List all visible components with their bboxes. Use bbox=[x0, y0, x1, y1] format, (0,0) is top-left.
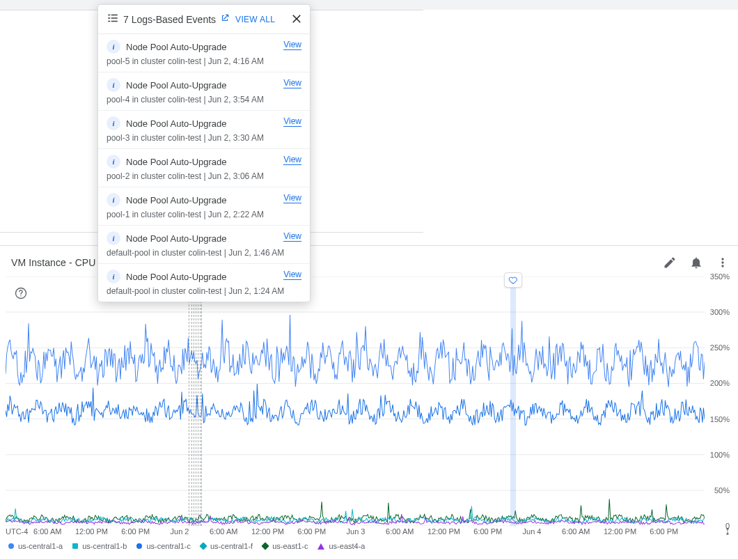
chart-plot-area[interactable]: 7 i bbox=[6, 277, 705, 526]
event-row-title: Node Pool Auto-Upgrade bbox=[126, 272, 227, 282]
y-tick-label: 350% bbox=[710, 272, 730, 281]
events-popover-header: 7 Logs-Based Events VIEW ALL bbox=[98, 5, 310, 34]
event-view-link[interactable]: View bbox=[283, 231, 301, 242]
legend-label: us-central1-b bbox=[82, 542, 127, 550]
y-tick-label: 200% bbox=[710, 379, 730, 387]
y-tick-label: 250% bbox=[710, 343, 730, 352]
legend-label: us-central1-f bbox=[210, 542, 253, 550]
event-row-title: Node Pool Auto-Upgrade bbox=[126, 42, 227, 52]
event-row: iNode Pool Auto-UpgradeViewdefault-pool … bbox=[98, 264, 310, 302]
event-row-title: Node Pool Auto-Upgrade bbox=[126, 118, 227, 129]
legend-swatch bbox=[8, 543, 14, 549]
x-tick-label: 6:00 AM bbox=[386, 527, 414, 536]
x-tick-label: 12:00 PM bbox=[75, 527, 108, 536]
event-row-title: Node Pool Auto-Upgrade bbox=[126, 157, 227, 167]
event-view-link[interactable]: View bbox=[283, 155, 301, 165]
x-tick-label: 12:00 PM bbox=[604, 527, 636, 536]
event-row-title: Node Pool Auto-Upgrade bbox=[126, 233, 227, 244]
info-icon: i bbox=[107, 193, 120, 207]
bell-icon[interactable] bbox=[689, 256, 703, 270]
event-marker-cluster bbox=[182, 277, 207, 526]
info-icon: i bbox=[107, 270, 120, 283]
expand-vertical-icon[interactable] bbox=[723, 525, 732, 540]
event-row: iNode Pool Auto-UpgradeViewpool-5 in clu… bbox=[98, 34, 310, 72]
event-row-title: Node Pool Auto-Upgrade bbox=[126, 80, 227, 91]
y-axis-labels: 050%100%150%200%250%300%350% bbox=[705, 277, 730, 526]
legend-swatch bbox=[261, 542, 269, 550]
event-view-link[interactable]: View bbox=[283, 270, 301, 280]
event-view-link[interactable]: View bbox=[283, 40, 301, 50]
legend-swatch bbox=[317, 543, 324, 550]
event-row-subtitle: default-pool in cluster colin-test | Jun… bbox=[107, 286, 301, 296]
chart-legend: us-central1-aus-central1-bus-central1-cu… bbox=[6, 540, 705, 552]
x-tick-label: 6:00 PM bbox=[297, 527, 326, 536]
event-view-link[interactable]: View bbox=[283, 78, 301, 88]
x-tick-label: Jun 3 bbox=[347, 527, 366, 536]
legend-item[interactable]: us-central1-a bbox=[8, 542, 63, 550]
event-row-subtitle: pool-3 in cluster colin-test | Jun 2, 3:… bbox=[107, 133, 301, 143]
legend-label: us-east1-c bbox=[272, 542, 308, 550]
y-tick-label: 100% bbox=[710, 451, 730, 459]
legend-item[interactable]: us-east4-a bbox=[317, 542, 365, 550]
event-row: iNode Pool Auto-UpgradeViewdefault-pool … bbox=[98, 226, 310, 264]
view-all-link[interactable]: VIEW ALL bbox=[235, 15, 275, 24]
x-tick-label: 6:00 AM bbox=[562, 527, 590, 536]
event-row-subtitle: pool-1 in cluster colin-test | Jun 2, 2:… bbox=[107, 210, 301, 219]
event-row-subtitle: pool-2 in cluster colin-test | Jun 2, 3:… bbox=[107, 171, 301, 181]
event-row-subtitle: pool-4 in cluster colin-test | Jun 2, 3:… bbox=[107, 95, 301, 104]
y-tick-label: 300% bbox=[710, 308, 730, 316]
close-button[interactable] bbox=[290, 12, 303, 26]
event-row: iNode Pool Auto-UpgradeViewpool-4 in clu… bbox=[98, 72, 310, 111]
slo-heart-badge[interactable] bbox=[504, 272, 522, 288]
legend-label: us-central1-a bbox=[18, 542, 63, 550]
legend-label: us-central1-c bbox=[146, 542, 191, 550]
events-list-icon bbox=[107, 12, 119, 26]
y-tick-label: 50% bbox=[714, 486, 730, 495]
series-us-central1-a bbox=[6, 315, 705, 387]
x-tick-label: Jun 2 bbox=[171, 527, 189, 536]
x-tick-label: 6:00 PM bbox=[121, 527, 150, 536]
x-tick-label: 12:00 PM bbox=[251, 527, 284, 536]
legend-label: us-east4-a bbox=[329, 542, 365, 550]
legend-item[interactable]: us-east1-c bbox=[262, 542, 308, 550]
event-row-subtitle: pool-5 in cluster colin-test | Jun 2, 4:… bbox=[107, 56, 301, 66]
event-row: iNode Pool Auto-UpgradeViewpool-1 in clu… bbox=[98, 187, 310, 226]
legend-item[interactable]: us-central1-b bbox=[72, 542, 127, 550]
more-vert-icon[interactable] bbox=[716, 256, 730, 270]
info-icon: i bbox=[107, 40, 120, 54]
x-tick-label: 6:00 PM bbox=[473, 527, 502, 536]
info-icon: i bbox=[107, 78, 120, 92]
chart-body: 7 i 050%100%150%200%250%300%350% UTC-4 6… bbox=[6, 277, 730, 558]
x-axis-labels: UTC-4 6:00 AM12:00 PM6:00 PMJun 26:00 AM… bbox=[6, 527, 705, 537]
timezone-label: UTC-4 bbox=[6, 527, 28, 536]
events-popover-title: 7 Logs-Based Events bbox=[123, 14, 216, 25]
event-view-link[interactable]: View bbox=[283, 116, 301, 127]
x-tick-label: Jun 4 bbox=[523, 527, 542, 536]
info-icon: i bbox=[107, 231, 120, 245]
event-view-link[interactable]: View bbox=[283, 193, 301, 203]
x-tick-label: 6:00 PM bbox=[650, 527, 678, 536]
slo-highlight-band bbox=[510, 277, 516, 526]
open-in-new-icon[interactable] bbox=[220, 13, 230, 25]
info-icon: i bbox=[107, 116, 120, 130]
legend-item[interactable]: us-central1-c bbox=[136, 542, 191, 550]
event-row-title: Node Pool Auto-Upgrade bbox=[126, 195, 227, 205]
legend-swatch bbox=[72, 543, 78, 549]
events-popover: 7 Logs-Based Events VIEW ALL iNode Pool … bbox=[97, 4, 311, 302]
event-row: iNode Pool Auto-UpgradeViewpool-3 in clu… bbox=[98, 111, 310, 149]
edit-icon[interactable] bbox=[663, 256, 677, 270]
info-icon: i bbox=[107, 155, 120, 169]
legend-swatch bbox=[136, 543, 142, 549]
event-row-subtitle: default-pool in cluster colin-test | Jun… bbox=[107, 248, 301, 258]
event-row: iNode Pool Auto-UpgradeViewpool-2 in clu… bbox=[98, 149, 310, 187]
x-tick-label: 6:00 AM bbox=[210, 527, 237, 536]
legend-swatch bbox=[199, 542, 207, 550]
x-tick-label: 12:00 PM bbox=[427, 527, 460, 536]
y-tick-label: 150% bbox=[710, 415, 730, 423]
x-tick-label: 6:00 AM bbox=[33, 527, 61, 536]
legend-item[interactable]: us-central1-f bbox=[201, 542, 253, 550]
chart-svg bbox=[6, 277, 705, 526]
